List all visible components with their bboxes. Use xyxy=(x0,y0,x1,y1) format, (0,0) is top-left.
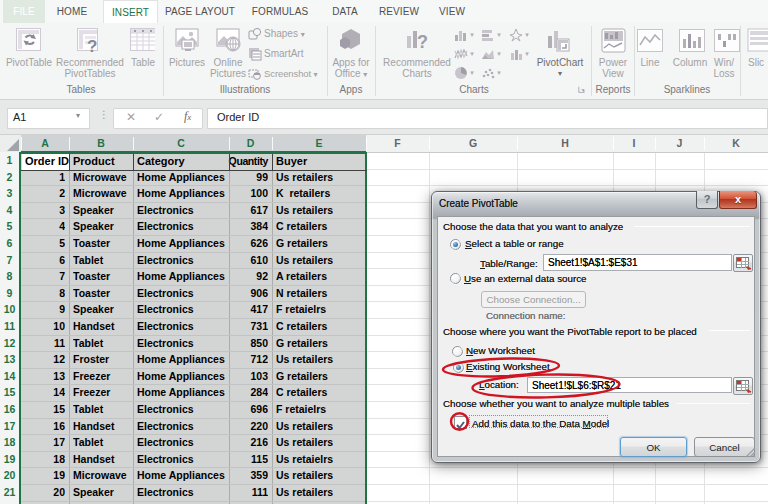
svg-text:?: ? xyxy=(417,32,428,52)
svg-text:?: ? xyxy=(87,37,97,54)
